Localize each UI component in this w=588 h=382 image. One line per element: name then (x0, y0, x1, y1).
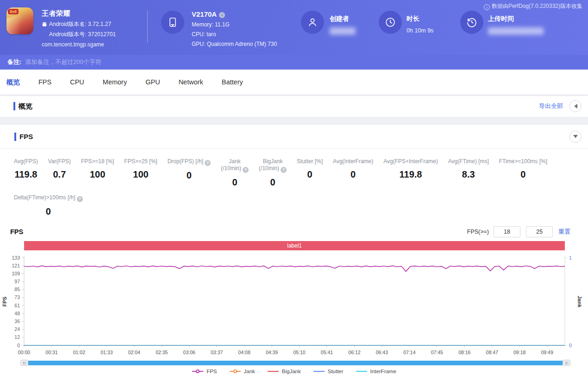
duration-value: 0h 10m 9s (407, 27, 433, 34)
chart-legend: FPSJankBigJankStutterInterFrame (0, 369, 588, 374)
legend-marker-icon (313, 369, 325, 374)
help-icon[interactable]: ? (243, 167, 249, 173)
stat-cell: FPS>=25 [%]100 (124, 158, 157, 188)
svg-text:09:49: 09:49 (541, 350, 553, 355)
svg-text:03:06: 03:06 (183, 350, 195, 355)
stat-value: 0 (297, 169, 323, 180)
fps-chart-header: FPS FPS(>=) 重置 (0, 223, 588, 241)
svg-text:01:02: 01:02 (73, 350, 85, 355)
legend-marker-icon (267, 369, 279, 374)
fps-threshold-input-2[interactable] (526, 226, 553, 237)
section-accent-bar (14, 133, 16, 141)
legend-marker-icon (192, 369, 204, 374)
stat-label: FPS>=18 [%] (81, 158, 114, 165)
info-outline-icon: i (484, 4, 490, 10)
tab-fps[interactable]: FPS (38, 78, 51, 86)
stat-value: 0 (14, 206, 83, 217)
note-bar[interactable]: 备注: 添加备注，不超过200个字符 (0, 55, 588, 70)
stat-label: Var(FPS) (48, 158, 71, 165)
stat-cell: Avg(InterFrame)0 (333, 158, 373, 188)
range-track[interactable] (28, 361, 563, 365)
duration-icon (379, 11, 402, 34)
svg-text:97: 97 (14, 279, 20, 284)
svg-text:02:35: 02:35 (156, 350, 168, 355)
svg-text:85: 85 (14, 286, 20, 292)
tab-gpu[interactable]: GPU (145, 78, 160, 86)
stat-label: Drop(FPS) [/h]? (168, 158, 211, 166)
legend-marker-icon (356, 369, 368, 374)
fps-stats-row2: Delta(FTime)>100ms [/h]?0 (0, 188, 588, 219)
range-grip-right[interactable] (563, 360, 570, 366)
legend-marker-icon (229, 369, 241, 374)
game-app-icon: 5v5 (6, 7, 33, 34)
stat-value: 0 (333, 169, 373, 180)
stat-cell: BigJank (/10min)?0 (259, 158, 287, 188)
chart-range-scrollbar[interactable] (20, 360, 570, 366)
range-grip-left[interactable] (20, 360, 28, 366)
svg-text:12: 12 (14, 334, 20, 340)
overview-title: 概览 (19, 102, 32, 111)
svg-text:02:04: 02:04 (128, 350, 140, 355)
stat-cell: Drop(FPS) [/h]?0 (168, 158, 211, 188)
note-label: 备注: (7, 58, 21, 66)
creator-value-redacted (330, 27, 356, 35)
svg-text:1: 1 (569, 255, 572, 261)
collapse-overview-button[interactable] (569, 100, 582, 112)
stat-cell: Stutter [%]0 (297, 158, 323, 188)
stat-cell: Delta(FTime)>100ms [/h]?0 (14, 194, 83, 217)
stat-value: 0 (499, 169, 547, 180)
svg-text:0: 0 (569, 343, 572, 348)
legend-item-jank[interactable]: Jank (229, 369, 255, 374)
fps-threshold-label: FPS(>=) (467, 229, 489, 235)
overview-header: 概览 导出全部 (0, 96, 588, 117)
help-icon[interactable]: ? (281, 167, 287, 173)
legend-item-interframe[interactable]: InterFrame (356, 369, 396, 374)
stat-value: 100 (81, 169, 114, 180)
svg-text:24: 24 (14, 326, 20, 332)
help-icon[interactable]: ? (77, 196, 83, 202)
fps-line-chart: 012243648617385971091211330100:0000:3101… (0, 250, 588, 356)
tab-memory[interactable]: Memory (103, 78, 127, 86)
svg-text:61: 61 (14, 303, 20, 308)
device-cpu: CPU: taro (192, 31, 277, 38)
svg-text:Jank: Jank (577, 296, 582, 308)
device-icon (161, 11, 184, 34)
fps-chart-title: FPS (10, 228, 23, 236)
source-note: i数据由PerfDog(7.0.220332)版本收集 (484, 2, 582, 10)
reset-link[interactable]: 重置 (558, 228, 570, 236)
svg-text:FPS: FPS (2, 297, 7, 306)
tab-概览[interactable]: 概览 (6, 78, 20, 87)
help-icon[interactable]: ? (205, 160, 211, 166)
app-icon-badge: 5v5 (8, 9, 19, 14)
svg-text:07:14: 07:14 (403, 350, 415, 355)
tab-network[interactable]: Network (179, 78, 203, 86)
android-version-code: Android版本号: 372012701 (49, 31, 116, 38)
section-tabs: 概览FPSCPUMemoryGPUNetworkBattery (0, 70, 588, 95)
legend-item-bigjank[interactable]: BigJank (267, 369, 301, 374)
fps-threshold-input-1[interactable] (494, 226, 520, 237)
legend-item-fps[interactable]: FPS (192, 369, 217, 374)
collapse-fps-button[interactable] (569, 131, 582, 143)
section-accent-bar (13, 102, 15, 110)
app-header: 5v5 王者荣耀 Android版本名: 3.72.1.27 Android版本… (0, 0, 588, 55)
legend-item-stutter[interactable]: Stutter (313, 369, 344, 374)
legend-label: Jank (244, 369, 255, 374)
stat-value: 0 (168, 170, 211, 181)
svg-text:04:08: 04:08 (238, 350, 250, 355)
export-all-link[interactable]: 导出全部 (539, 102, 563, 110)
svg-text:07:45: 07:45 (431, 350, 443, 355)
chart-label1-banner: label1 (24, 241, 565, 250)
stat-label: Avg(FPS) (14, 158, 38, 165)
fps-section-title: FPS (19, 133, 33, 140)
tab-cpu[interactable]: CPU (70, 78, 84, 86)
android-version-name: Android版本名: 3.72.1.27 (42, 20, 116, 28)
device-memory: Memory: 11.1G (192, 21, 277, 28)
device-model: V2170Ai (192, 10, 277, 18)
svg-text:133: 133 (12, 255, 20, 261)
svg-text:109: 109 (12, 271, 20, 276)
stat-cell: Jank (/10min)?0 (221, 158, 249, 188)
tab-battery[interactable]: Battery (222, 78, 243, 86)
device-info-icon[interactable]: i (219, 12, 225, 18)
svg-text:08:16: 08:16 (458, 350, 470, 355)
stat-value: 119.8 (383, 169, 438, 180)
